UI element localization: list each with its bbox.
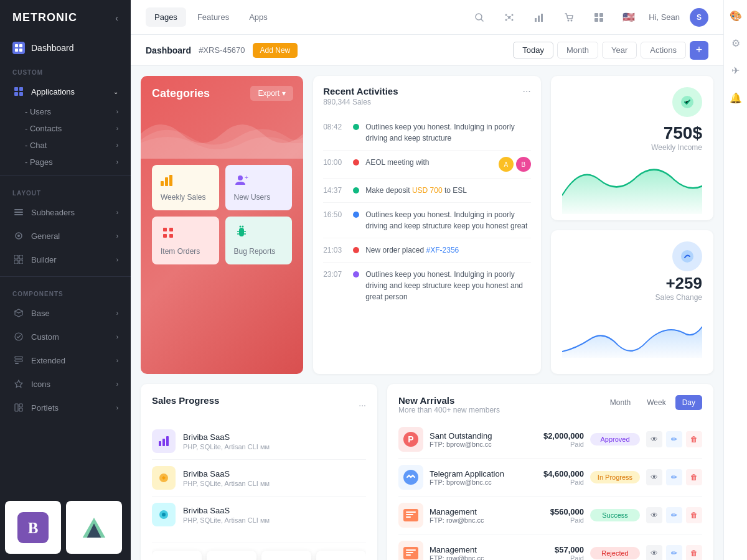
users-chevron: ›: [116, 108, 118, 115]
month-button[interactable]: Month: [557, 42, 598, 58]
flag-icon[interactable]: 🇺🇸: [619, 7, 639, 27]
svg-point-42: [568, 19, 570, 21]
activity-item-3: 14:37 Make deposit USD 700 to ESL: [323, 179, 531, 203]
add-plus-button[interactable]: +: [690, 41, 708, 60]
add-new-button[interactable]: Add New: [253, 43, 298, 58]
rp-send-icon[interactable]: ✈: [726, 61, 745, 80]
users-label: - Users: [25, 107, 51, 116]
nav-apps[interactable]: Apps: [240, 7, 276, 27]
base-label: Base: [31, 309, 50, 318]
action-edit-1[interactable]: ✏: [666, 431, 682, 447]
svg-text:+: +: [245, 174, 248, 181]
action-delete-3[interactable]: 🗑: [686, 507, 702, 523]
action-delete-4[interactable]: 🗑: [686, 545, 702, 560]
rp-bell-icon[interactable]: 🔔: [726, 88, 745, 107]
arrivals-tab-day[interactable]: Day: [675, 395, 702, 410]
activity-item-4: 16:50 Outlines keep you honest. Indulgin…: [323, 203, 531, 238]
actions-button[interactable]: Actions: [641, 42, 686, 58]
text-6: Outlines keep you honest. Indulging in p…: [365, 269, 531, 302]
progress-info-3: Briviba SaaS PHP, SQLite, Artisan CLI мм: [183, 506, 366, 524]
arrival-icon-1: P: [398, 427, 423, 452]
svg-rect-54: [169, 228, 173, 231]
sidebar-item-extended[interactable]: Extended ›: [0, 348, 131, 372]
arrival-info-2: Telegram Application FTP: bprow@bnc.cc: [430, 469, 515, 486]
search-icon[interactable]: [469, 7, 489, 27]
svg-rect-9: [14, 212, 23, 213]
action-delete-2[interactable]: 🗑: [686, 469, 702, 485]
bug-reports-icon: [234, 225, 284, 243]
activities-menu-icon[interactable]: ···: [522, 86, 530, 97]
user-avatar[interactable]: S: [690, 8, 708, 27]
sidebar-sub-chat[interactable]: - Chat ›: [0, 137, 131, 154]
arrival-icon-4: [398, 541, 423, 560]
arrivals-tab-month[interactable]: Month: [603, 395, 637, 410]
action-view-4[interactable]: 👁: [646, 545, 662, 560]
year-button[interactable]: Year: [602, 42, 637, 58]
action-edit-3[interactable]: ✏: [666, 507, 682, 523]
sidebar-item-builder[interactable]: Builder ›: [0, 248, 131, 271]
progress-avatar-1: [152, 429, 176, 453]
action-edit-2[interactable]: ✏: [666, 469, 682, 485]
svg-rect-46: [594, 18, 598, 22]
avatar-1: A: [499, 157, 514, 172]
action-view-3[interactable]: 👁: [646, 507, 662, 523]
new-arrivals-card: New Arrivals More than 400+ new members …: [387, 384, 713, 560]
chart-icon[interactable]: [529, 7, 549, 27]
text-1: Outlines keep you honest. Indulging in p…: [365, 121, 531, 144]
today-button[interactable]: Today: [513, 42, 553, 58]
recent-activities-card: Recent Activities 890,344 Sales ··· 08:4…: [313, 76, 541, 374]
sidebar-item-dashboard[interactable]: Dashboard: [0, 35, 131, 60]
nav-pages[interactable]: Pages: [146, 7, 186, 27]
sidebar-item-subheaders[interactable]: Subheaders ›: [0, 200, 131, 224]
cart-icon[interactable]: [559, 7, 579, 27]
activity-item-1: 08:42 Outlines keep you honest. Indulgin…: [323, 115, 531, 151]
sidebar-item-portlets[interactable]: Portlets ›: [0, 396, 131, 419]
sales-chart: [562, 308, 702, 358]
sidebar-item-general[interactable]: General ›: [0, 224, 131, 248]
text-3: Make deposit USD 700 to ESL: [365, 185, 531, 196]
svg-rect-63: [166, 436, 169, 446]
chat-chevron: ›: [116, 142, 118, 149]
sidebar-item-custom[interactable]: Custom ›: [0, 325, 131, 348]
arrival-price-area-4: $57,000 Paid: [522, 545, 584, 561]
arrivals-tab-week[interactable]: Week: [640, 395, 672, 410]
svg-rect-62: [162, 439, 165, 446]
general-label: General: [31, 231, 60, 241]
svg-point-43: [571, 19, 573, 21]
network-icon[interactable]: [499, 7, 519, 27]
contacts-label: - Contacts: [25, 124, 62, 133]
action-delete-1[interactable]: 🗑: [686, 431, 702, 447]
progress-title: Sales Progress: [152, 395, 219, 406]
action-edit-4[interactable]: ✏: [666, 545, 682, 560]
sidebar-item-applications[interactable]: Applications ⌄: [0, 80, 131, 103]
arrival-name-2: Telegram Application: [430, 469, 515, 478]
sidebar-toggle-icon[interactable]: ‹: [115, 13, 118, 23]
row-1: Categories Export ▾: [141, 76, 713, 374]
nav-features[interactable]: Features: [189, 7, 238, 27]
rp-gear-icon[interactable]: ⚙: [726, 34, 745, 52]
arrival-price-area-3: $560,000 Paid: [522, 507, 584, 524]
svg-rect-61: [159, 441, 161, 446]
sidebar-item-base[interactable]: Base ›: [0, 301, 131, 325]
applications-icon: [12, 85, 25, 98]
svg-rect-22: [15, 404, 18, 411]
sidebar-sub-pages[interactable]: - Pages ›: [0, 154, 131, 170]
sales-icon-circle: [672, 241, 702, 271]
svg-point-51: [238, 175, 243, 180]
arrival-info-4: Management FTP: row@bnc.cc: [430, 545, 515, 561]
builder-icon: [12, 253, 25, 266]
action-view-1[interactable]: 👁: [646, 431, 662, 447]
progress-menu-icon[interactable]: ···: [359, 400, 366, 410]
sidebar-item-icons[interactable]: Icons ›: [0, 372, 131, 396]
svg-point-66: [162, 513, 166, 516]
sidebar-sub-users[interactable]: - Users ›: [0, 103, 131, 120]
text-5: New order placed #XF-2356: [365, 245, 531, 256]
svg-rect-14: [19, 255, 23, 259]
svg-rect-48: [161, 181, 164, 186]
export-button[interactable]: Export ▾: [250, 86, 293, 101]
action-view-2[interactable]: 👁: [646, 469, 662, 485]
grid-icon[interactable]: [589, 7, 609, 27]
sidebar-sub-contacts[interactable]: - Contacts ›: [0, 120, 131, 137]
meeting-avatars: A B: [499, 157, 531, 172]
rp-paint-icon[interactable]: 🎨: [726, 6, 745, 25]
